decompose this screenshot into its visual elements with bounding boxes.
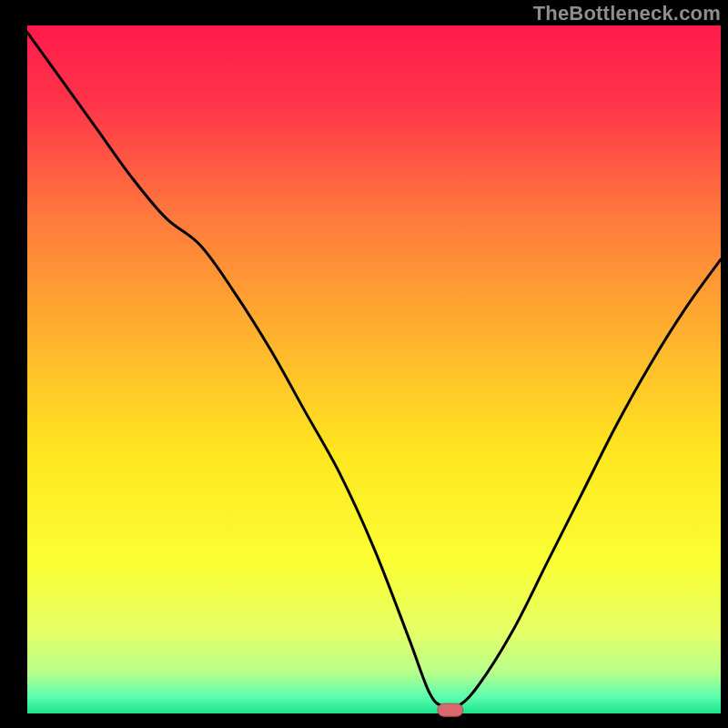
optimal-marker	[438, 703, 463, 716]
chart-frame: TheBottleneck.com	[0, 0, 728, 728]
watermark-text: TheBottleneck.com	[533, 2, 721, 25]
bottleneck-chart	[0, 0, 728, 728]
chart-background-gradient	[27, 25, 721, 713]
